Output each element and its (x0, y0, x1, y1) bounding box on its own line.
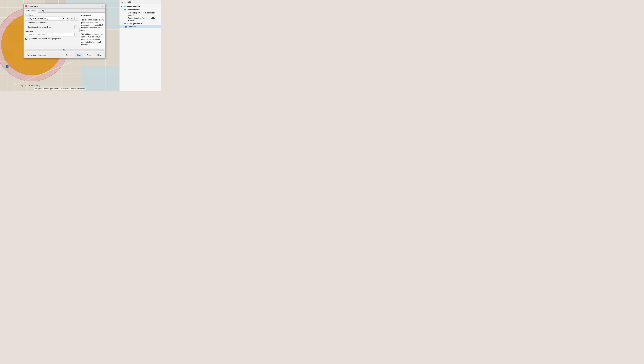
vector-creation-icon: 🔷 (124, 8, 126, 11)
create-centroid-checkbox[interactable] (25, 26, 27, 28)
create-centroid-checkbox-row: Create centroid for each part (25, 26, 52, 28)
action-buttons: Cancel Run Close Help (63, 53, 104, 57)
tree-gen-points-line[interactable]: ✦ Generate points (pixel centroids) alon… (120, 11, 161, 16)
tab-log[interactable]: Log (38, 9, 46, 12)
help-title: Centroids (81, 14, 104, 18)
search-icon: 🔍 (121, 1, 123, 3)
create-centroid-label: Create centroid for each part (28, 26, 52, 28)
vector-creation-label: Vector creation (127, 9, 160, 11)
help-button[interactable]: Help (95, 53, 104, 57)
select-from-map-button[interactable]: 🗺 (66, 17, 70, 20)
dialog-action-row: Run as Batch Process... Cancel Run Close… (24, 52, 105, 58)
cadboro-bay-label: Cadboro Bay (29, 84, 41, 87)
right-panel: 🔍 ▶ ⏱ Recently used ▼ 🔷 Vector creation (119, 0, 161, 91)
input-layer-section: Input layer inner_circle [EPSG:3857] 🗺 🖊… (25, 14, 78, 20)
progress-bar-label: 0% (63, 49, 66, 51)
dialog-body: Input layer inner_circle [EPSG:3857] 🗺 🖊… (24, 12, 105, 48)
selected-features-label: Selected features only (28, 22, 47, 24)
output-path-input[interactable] (25, 33, 74, 36)
dialog-help-panel: Centroids This algorithm creates a new p… (80, 12, 105, 48)
help-text-2: The attributes associated to each point … (81, 33, 104, 46)
tree-list: ▶ ⏱ Recently used ▼ 🔷 Vector creation ✦ … (120, 4, 161, 91)
vector-creation-arrow: ▼ (121, 9, 123, 10)
selected-features-checkbox[interactable] (25, 22, 27, 24)
output-section-label: Centroids (25, 30, 78, 33)
dialog-tabs: Parameters Log (24, 9, 105, 12)
centroid-info-button[interactable]: 📋 (74, 25, 78, 29)
centroids-label: Centroids (128, 26, 160, 28)
dialog-close-button[interactable]: ✕ (101, 5, 104, 8)
expand-panel-arrow[interactable]: ▶ (79, 28, 82, 32)
dialog-progress-footer: 0% (24, 48, 105, 52)
tree-recently-used[interactable]: ▶ ⏱ Recently used (120, 5, 161, 8)
dialog-titlebar: 🔴 Centroids ✕ (24, 4, 105, 9)
expand-arrow: ▶ (121, 6, 123, 7)
gen-points-line-icon: ✦ (125, 13, 127, 15)
output-section: Centroids … (25, 30, 78, 36)
dialog-title-icon: 🔴 (25, 5, 28, 7)
more-options-button[interactable]: … (74, 17, 78, 20)
input-layer-select[interactable]: inner_circle [EPSG:3857] (25, 16, 65, 20)
gen-points-line-label: Generate points (pixel centroids) along … (128, 12, 160, 16)
search-bar: 🔍 (120, 0, 161, 4)
open-output-row: Open output file after running algorithm (25, 38, 78, 40)
gen-points-poly-label: Generate points (pixel centroids) inside… (128, 17, 160, 21)
centroids-icon (125, 26, 127, 28)
search-input[interactable] (124, 1, 160, 3)
progress-bar: 0% (25, 48, 104, 51)
dialog-title-text: Centroids (29, 5, 100, 7)
tree-vector-geometry[interactable]: ▼ 🔷 Vector geometry (120, 22, 161, 25)
help-text-1: This algorithm creates a new point layer… (81, 18, 104, 32)
batch-process-button[interactable]: Run as Batch Process... (25, 53, 48, 57)
map-attribution: Background map © OpenStreetMap contribut… (34, 88, 85, 90)
dialog-left-panel: Input layer inner_circle [EPSG:3857] 🗺 🖊… (24, 12, 80, 48)
root: P Cadboro Bay Skegness Background map © … (0, 0, 161, 91)
tree-vector-creation[interactable]: ▼ 🔷 Vector creation (120, 8, 161, 11)
tab-parameters[interactable]: Parameters (24, 9, 38, 12)
tree-gen-points-poly[interactable]: ✦ Generate points (pixel centroids) insi… (120, 16, 161, 22)
selected-features-row: Selected features only (25, 22, 78, 24)
cancel-button[interactable]: Cancel (63, 53, 74, 57)
centroids-dialog[interactable]: 🔴 Centroids ✕ Parameters Log Input layer (24, 4, 106, 58)
vector-geometry-arrow: ▼ (121, 23, 123, 24)
open-output-checkbox[interactable] (25, 38, 27, 40)
close-button[interactable]: Close (84, 53, 94, 57)
output-input-row: … (25, 33, 78, 36)
skegness-label: Skegness (19, 85, 26, 87)
open-output-label: Open output file after running algorithm (28, 38, 61, 40)
centroid-part-row: Create centroid for each part 📋 (25, 25, 78, 29)
vector-geometry-label: Vector geometry (127, 22, 160, 24)
gen-points-poly-icon: ✦ (125, 18, 127, 20)
run-button[interactable]: Run (75, 53, 83, 57)
dialog-spacer (25, 41, 78, 46)
parking-icon: P (6, 65, 9, 68)
recently-used-label: Recently used (127, 6, 160, 8)
output-browse-button[interactable]: … (74, 33, 78, 36)
tree-centroids[interactable]: Centroids (120, 25, 161, 28)
input-layer-label: Input layer (25, 14, 78, 16)
pencil-edit-button[interactable]: 🖊 (70, 17, 74, 20)
vector-geometry-icon: 🔷 (124, 22, 126, 24)
input-layer-row: inner_circle [EPSG:3857] 🗺 🖊 … (25, 16, 78, 20)
recently-used-icon: ⏱ (124, 5, 126, 8)
